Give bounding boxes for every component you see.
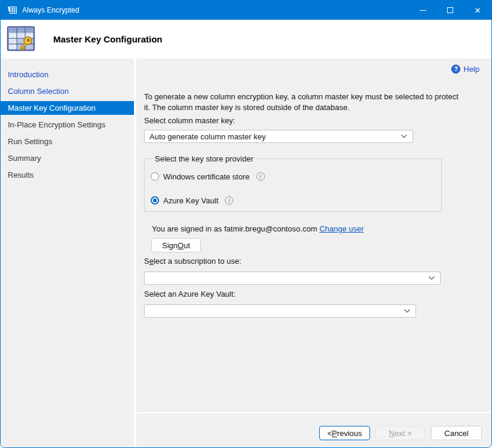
close-icon: ✕ <box>475 6 481 15</box>
signed-in-text: You are signed in as fatmir.bregu@contos… <box>152 224 317 233</box>
sidebar-item-run-settings[interactable]: Run Settings <box>1 135 134 148</box>
sidebar-item-master-key-configuration[interactable]: Master Key Configuration <box>1 101 134 115</box>
azure-key-vault-label: Select an Azure Key Vault: <box>144 289 236 298</box>
window-title: Always Encrypted <box>22 6 79 14</box>
footer-divider <box>136 412 491 413</box>
master-key-selected-value: Auto generate column master key <box>149 132 397 141</box>
chevron-down-icon <box>428 276 435 281</box>
key-store-provider-group: Select the key store provider Windows ce… <box>144 154 442 212</box>
chevron-down-icon <box>401 134 408 139</box>
maximize-icon <box>447 7 453 13</box>
titlebar: Always Encrypted ✕ <box>1 1 491 20</box>
radio-checked-icon[interactable] <box>151 196 159 205</box>
sidebar-item-in-place-encryption-settings[interactable]: In-Place Encryption Settings <box>1 118 134 132</box>
sidebar-item-summary[interactable]: Summary <box>1 151 134 165</box>
cancel-button[interactable]: Cancel <box>431 426 482 440</box>
page-title: Master Key Configuration <box>53 34 163 44</box>
master-key-configuration-page: ? Help To generate a new column encrypti… <box>136 59 491 447</box>
master-key-label: Select column master key: <box>144 116 235 125</box>
table-key-icon <box>7 26 36 53</box>
maximize-button[interactable] <box>436 1 464 20</box>
signed-in-status: You are signed in as fatmir.bregu@contos… <box>152 224 364 233</box>
sidebar-item-results[interactable]: Results <box>1 168 134 182</box>
wizard-header: Master Key Configuration <box>1 20 491 59</box>
help-link[interactable]: ? Help <box>451 65 479 74</box>
always-encrypted-icon <box>7 5 17 15</box>
next-button[interactable]: Next > <box>375 426 425 440</box>
chevron-down-icon <box>404 309 411 313</box>
minimize-button[interactable] <box>409 1 436 20</box>
sidebar-item-column-selection[interactable]: Column Selection <box>1 84 134 98</box>
sidebar-item-introduction[interactable]: Introduction <box>1 68 134 81</box>
windows-certificate-store-label: Windows certificate store <box>163 172 250 181</box>
subscription-select[interactable] <box>144 272 441 285</box>
info-icon[interactable]: i <box>256 172 265 181</box>
master-key-select[interactable]: Auto generate column master key <box>144 130 413 143</box>
info-icon[interactable]: i <box>225 196 233 205</box>
previous-button[interactable]: < Previous <box>319 426 370 440</box>
azure-key-vault-label: Azure Key Vault <box>163 196 218 205</box>
close-button[interactable]: ✕ <box>464 1 491 20</box>
key-store-provider-legend: Select the key store provider <box>152 154 256 163</box>
azure-key-vault-option[interactable]: Azure Key Vault i <box>151 195 435 206</box>
help-label: Help <box>463 65 479 74</box>
minimize-icon <box>420 10 426 11</box>
help-icon: ? <box>451 65 460 74</box>
always-encrypted-dialog: Always Encrypted ✕ <box>0 0 492 448</box>
subscription-label: Select a subscription to use: <box>144 257 242 266</box>
radio-unchecked-icon[interactable] <box>151 172 159 181</box>
windows-certificate-store-option[interactable]: Windows certificate store i <box>151 171 435 182</box>
intro-text: To generate a new column encryption key,… <box>144 92 459 113</box>
wizard-steps-sidebar: Introduction Column Selection Master Key… <box>1 59 134 447</box>
sign-out-button[interactable]: Sign Out <box>151 238 201 252</box>
change-user-link[interactable]: Change user <box>319 224 363 233</box>
azure-key-vault-select[interactable] <box>144 304 416 318</box>
